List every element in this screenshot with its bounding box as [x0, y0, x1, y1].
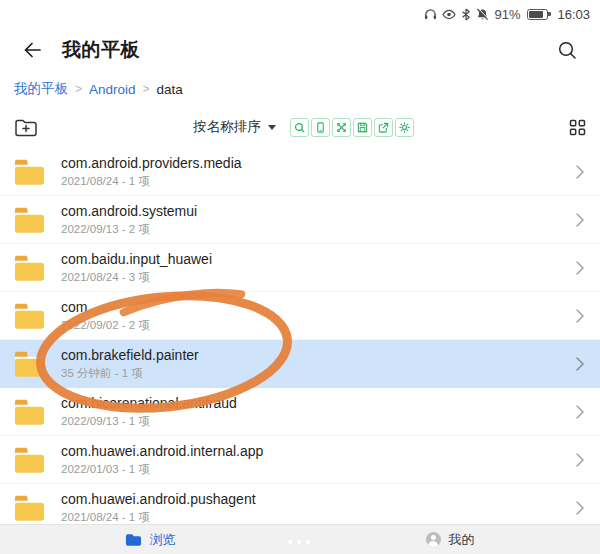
folder-name: com.android.providers.media	[61, 155, 242, 172]
tab-mine-label: 我的	[449, 531, 475, 549]
folder-name: com.android.systemui	[61, 203, 197, 220]
tab-browse[interactable]: 浏览	[0, 525, 300, 554]
sort-label: 按名称排序	[193, 118, 261, 136]
folder-meta: 2021/08/24 - 1 项	[61, 174, 242, 188]
chevron-right-icon	[576, 453, 584, 467]
status-bar: 91% 16:03	[0, 0, 600, 28]
folder-name: com.hicorenational.antifraud	[61, 395, 237, 412]
folder-row[interactable]: com.huawei.android.internal.app2022/01/0…	[0, 436, 600, 484]
breadcrumb-item-root[interactable]: 我的平板	[14, 80, 68, 98]
folder-meta: 2022/09/13 - 1 项	[61, 414, 237, 428]
back-button[interactable]	[20, 38, 44, 62]
file-list: com.android.providers.media2021/08/24 - …	[0, 148, 600, 532]
folder-icon	[12, 157, 47, 187]
breadcrumb: 我的平板 > Android > data	[0, 72, 600, 106]
chevron-right-icon	[576, 501, 584, 515]
chevron-down-icon	[268, 125, 276, 130]
sort-dropdown[interactable]: 按名称排序	[193, 118, 276, 136]
breadcrumb-item-android[interactable]: Android	[89, 82, 136, 97]
folder-meta: 2022/09/13 - 2 项	[61, 222, 197, 236]
folder-icon	[12, 253, 47, 283]
folder-icon	[12, 445, 47, 475]
browse-folder-icon	[125, 532, 142, 547]
export-icon[interactable]	[374, 118, 393, 137]
device-screen-icon[interactable]	[311, 118, 330, 137]
folder-row[interactable]: com.android.systemui2022/09/13 - 2 项	[0, 196, 600, 244]
eye-comfort-icon	[442, 8, 456, 21]
chevron-right-icon	[576, 357, 584, 371]
magnifier-icon[interactable]	[290, 118, 309, 137]
folder-row-selected[interactable]: com.brakefield.painter35 分钟前 - 1 项	[0, 340, 600, 388]
file-manager-screen: 91% 16:03 我的平板 我的平板 > Android > data 按名称…	[0, 0, 600, 554]
folder-name: com	[61, 299, 150, 316]
breadcrumb-item-data: data	[157, 82, 183, 97]
page-title: 我的平板	[62, 37, 140, 63]
chevron-right-icon	[576, 213, 584, 227]
bluetooth-icon	[461, 8, 471, 21]
folder-row[interactable]: com.baidu.input_huawei2021/08/24 - 3 项	[0, 244, 600, 292]
folder-meta: 2022/09/02 - 2 项	[61, 318, 150, 332]
chevron-right-icon	[576, 405, 584, 419]
folder-icon	[12, 349, 47, 379]
folder-name: com.huawei.android.pushagent	[61, 491, 256, 508]
nav-dots-indicator	[288, 540, 310, 544]
grid-view-button[interactable]	[569, 119, 586, 136]
notifications-muted-icon	[476, 8, 489, 21]
folder-meta: 2022/01/03 - 1 项	[61, 462, 263, 476]
mini-toolbar	[290, 118, 414, 137]
breadcrumb-separator: >	[75, 82, 82, 96]
header: 我的平板	[0, 28, 600, 72]
folder-icon	[12, 301, 47, 331]
folder-name: com.huawei.android.internal.app	[61, 443, 263, 460]
folder-icon	[12, 397, 47, 427]
tab-mine[interactable]: 我的	[300, 525, 600, 554]
folder-row[interactable]: com2022/09/02 - 2 项	[0, 292, 600, 340]
folder-name: com.brakefield.painter	[61, 347, 199, 364]
chevron-right-icon	[576, 309, 584, 323]
new-folder-button[interactable]	[14, 117, 38, 138]
user-avatar-icon	[426, 532, 441, 547]
headset-icon	[424, 8, 437, 21]
folder-name: com.baidu.input_huawei	[61, 251, 212, 268]
chevron-right-icon	[576, 261, 584, 275]
folder-icon	[12, 205, 47, 235]
clock: 16:03	[557, 7, 590, 22]
resize-icon[interactable]	[332, 118, 351, 137]
folder-row[interactable]: com.android.providers.media2021/08/24 - …	[0, 148, 600, 196]
battery-icon	[527, 9, 548, 20]
folder-meta: 35 分钟前 - 1 项	[61, 366, 199, 380]
folder-meta: 2021/08/24 - 1 项	[61, 510, 256, 524]
toolbar: 按名称排序	[0, 106, 600, 148]
folder-row[interactable]: com.hicorenational.antifraud2022/09/13 -…	[0, 388, 600, 436]
breadcrumb-separator: >	[143, 82, 150, 96]
search-button[interactable]	[554, 37, 580, 63]
battery-percent: 91%	[494, 7, 520, 22]
folder-meta: 2021/08/24 - 3 项	[61, 270, 212, 284]
bottom-tab-bar: 浏览 我的	[0, 524, 600, 554]
folder-icon	[12, 493, 47, 523]
tab-browse-label: 浏览	[150, 531, 176, 549]
chevron-right-icon	[576, 165, 584, 179]
save-icon[interactable]	[353, 118, 372, 137]
settings-gear-icon[interactable]	[395, 118, 414, 137]
